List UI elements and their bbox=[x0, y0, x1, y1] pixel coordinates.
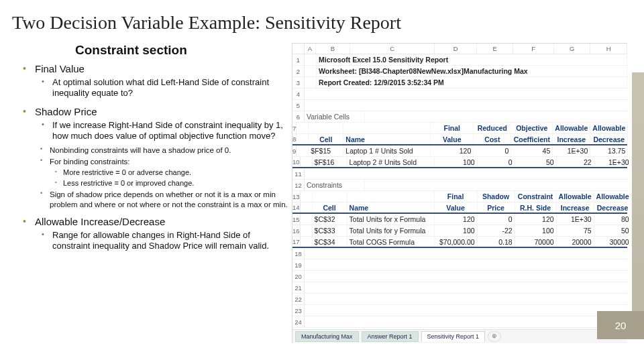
td: 20000 bbox=[557, 237, 594, 247]
bullet-allowable: Allowable Increase/Decrease Range for al… bbox=[16, 216, 288, 252]
th: Final bbox=[431, 123, 474, 133]
td: 100 bbox=[435, 157, 478, 167]
td: Laptop 1 # Units Sold bbox=[343, 145, 431, 156]
td: $F$15 bbox=[309, 145, 343, 156]
th: Objective bbox=[511, 123, 553, 133]
td: 75 bbox=[557, 225, 594, 236]
th: Increase bbox=[557, 202, 594, 213]
col-G: G bbox=[554, 44, 591, 54]
td: 1E+30 bbox=[594, 157, 632, 167]
note: For binding constraints: More restrictiv… bbox=[35, 157, 288, 188]
col-F: F bbox=[513, 44, 553, 54]
th: Name bbox=[343, 134, 431, 144]
td: 0 bbox=[478, 214, 515, 225]
decorative-stripe bbox=[632, 72, 644, 314]
column-header-row: A B C D E F G H bbox=[292, 44, 627, 54]
sheet-tabs: Manufacturing Max Answer Report 1 Sensit… bbox=[292, 329, 627, 343]
td: $F$16 bbox=[313, 157, 347, 167]
th: Shadow bbox=[478, 191, 515, 202]
col-C: C bbox=[350, 44, 435, 54]
td: $C$33 bbox=[313, 225, 347, 236]
subnote: More restrictive = 0 or adverse change. bbox=[50, 168, 288, 178]
th: Decrease bbox=[594, 202, 632, 213]
td: Total Units for x Formula bbox=[347, 214, 435, 225]
td: 120 bbox=[515, 214, 557, 225]
note: Nonbinding constraints will have a shado… bbox=[35, 145, 288, 155]
add-sheet-icon[interactable]: ⊕ bbox=[488, 331, 501, 342]
td: 0.18 bbox=[478, 237, 515, 247]
td: 1E+30 bbox=[553, 145, 590, 156]
constraints-label: Constraints bbox=[305, 180, 365, 190]
td: 22 bbox=[557, 157, 594, 167]
th: Reduced bbox=[474, 123, 511, 133]
td: $C$32 bbox=[313, 214, 347, 225]
td: Laptop 2 # Units Sold bbox=[347, 157, 435, 167]
td: 100 bbox=[515, 225, 557, 236]
th: Name bbox=[347, 202, 435, 213]
sheet-tab[interactable]: Answer Report 1 bbox=[362, 331, 419, 342]
report-title: Microsoft Excel 15.0 Sensitivity Report bbox=[317, 54, 627, 65]
slide-title: Two Decision Variable Example: Sensitivi… bbox=[0, 0, 644, 34]
col-D: D bbox=[435, 44, 476, 54]
bullet-sub: At optimal solution what did Left-Hand S… bbox=[35, 77, 288, 99]
th: Increase bbox=[553, 134, 590, 144]
th: Allowable bbox=[557, 191, 594, 202]
sheet-tab[interactable]: Manufacturing Max bbox=[295, 331, 359, 342]
th: Final bbox=[435, 191, 478, 202]
td: 1E+30 bbox=[557, 214, 594, 225]
section-heading: Constraint section bbox=[16, 43, 288, 58]
td: 0 bbox=[474, 145, 511, 156]
td: 120 bbox=[435, 214, 478, 225]
th: Allowable bbox=[594, 191, 632, 202]
sheet-tab-active[interactable]: Sensitivity Report 1 bbox=[421, 331, 486, 342]
bullet-final-value: Final Value At optimal solution what did… bbox=[16, 63, 288, 99]
th: Cell bbox=[313, 202, 347, 213]
left-column: Constraint section Final Value At optima… bbox=[16, 43, 288, 343]
th: Allowable bbox=[553, 123, 590, 133]
th: Decrease bbox=[590, 134, 628, 144]
bullet-heading: Allowable Increase/Decrease bbox=[35, 216, 165, 227]
th: Cost bbox=[474, 134, 511, 144]
var-cells-label: Variable Cells bbox=[305, 111, 365, 122]
td: -22 bbox=[478, 225, 515, 236]
th: Price bbox=[478, 202, 515, 213]
th: Cell bbox=[309, 134, 343, 144]
th: Allowable bbox=[590, 123, 628, 133]
note: Sign of shadow price depends on whether … bbox=[35, 190, 288, 209]
td: $70,000.00 bbox=[435, 237, 478, 247]
td: 50 bbox=[594, 225, 632, 236]
td: 50 bbox=[515, 157, 557, 167]
th: R.H. Side bbox=[515, 202, 557, 213]
th: Value bbox=[435, 202, 478, 213]
excel-screenshot: A B C D E F G H 1Microsoft Excel 15.0 Se… bbox=[292, 43, 627, 343]
created-line: Report Created: 12/9/2015 3:52:34 PM bbox=[317, 77, 627, 88]
td: 70000 bbox=[515, 237, 557, 247]
td: 120 bbox=[431, 145, 474, 156]
bullet-sub: If we increase Right-Hand Side of constr… bbox=[35, 120, 288, 142]
col-B: B bbox=[316, 44, 350, 54]
col-H: H bbox=[590, 44, 627, 54]
td: Total Units for y Formula bbox=[347, 225, 435, 236]
bullet-heading: Shadow Price bbox=[35, 106, 97, 117]
bullet-sub: Range for allowable changes in Right-Han… bbox=[35, 230, 288, 252]
td: $C$34 bbox=[313, 237, 347, 247]
slide-number: 20 bbox=[597, 311, 644, 339]
td: 30000 bbox=[594, 237, 632, 247]
td: 100 bbox=[435, 225, 478, 236]
col-A: A bbox=[305, 44, 317, 54]
td: 0 bbox=[478, 157, 515, 167]
td: 45 bbox=[511, 145, 553, 156]
td: 80 bbox=[594, 214, 632, 225]
th: Coefficient bbox=[511, 134, 553, 144]
td: 13.75 bbox=[590, 145, 628, 156]
td: Total COGS Formula bbox=[347, 237, 435, 247]
content-area: Constraint section Final Value At optima… bbox=[0, 34, 644, 343]
col-E: E bbox=[477, 44, 514, 54]
worksheet-line: Worksheet: [BI348-Chapter08NewNew.xlsx]M… bbox=[317, 66, 627, 76]
th: Value bbox=[431, 134, 474, 144]
subnote: Less restrictive = 0 or improved change. bbox=[50, 179, 288, 188]
bullet-shadow-price: Shadow Price If we increase Right-Hand S… bbox=[16, 106, 288, 210]
note-text: For binding constraints: bbox=[50, 158, 130, 166]
bullet-heading: Final Value bbox=[35, 63, 85, 74]
th: Constraint bbox=[515, 191, 557, 202]
